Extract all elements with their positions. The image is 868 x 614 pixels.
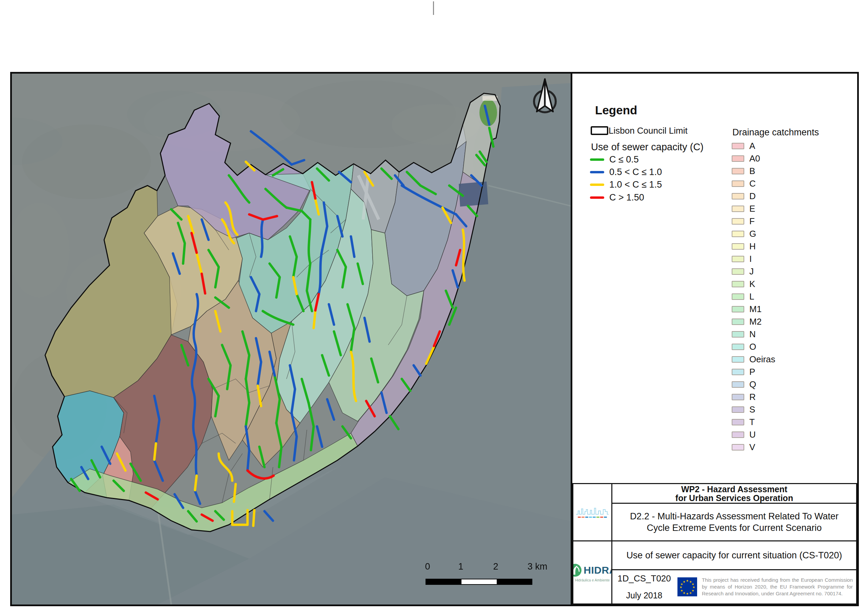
catchment-row: S bbox=[572, 404, 708, 415]
catchment-color-swatch bbox=[732, 243, 744, 250]
catchment-color-swatch bbox=[732, 419, 744, 425]
catchment-label: P bbox=[749, 367, 755, 377]
resccue-logo bbox=[574, 484, 611, 540]
wp-title-line2: for Urban Services Operation bbox=[676, 494, 793, 502]
catchment-color-swatch bbox=[732, 306, 744, 312]
catchment-color-swatch bbox=[732, 193, 744, 199]
code-date-funding-row: 1D_CS_T020 July 2018 ★★★ ★★★ ★★★ ★★★ Thi… bbox=[612, 570, 856, 603]
catchment-row: R bbox=[572, 392, 708, 402]
map-canvas: 0 1 2 3 km bbox=[12, 74, 570, 605]
wp-title-line1: WP2 - Hazard Assessment bbox=[681, 485, 787, 494]
catchment-label: I bbox=[749, 254, 752, 264]
deliverable-line2: Cycle Extreme Events for Current Scenari… bbox=[646, 522, 822, 533]
catchment-color-swatch bbox=[732, 319, 744, 325]
catchment-color-swatch bbox=[732, 381, 744, 388]
legend-title: Legend bbox=[595, 103, 637, 117]
catchment-label: A bbox=[749, 141, 755, 151]
catchment-row: Q bbox=[572, 379, 708, 389]
map-date: July 2018 bbox=[616, 591, 673, 600]
catchment-color-swatch bbox=[732, 268, 744, 275]
catchment-row: Oeiras bbox=[572, 354, 708, 364]
wp-title: WP2 - Hazard Assessment for Urban Servic… bbox=[612, 484, 856, 503]
catchment-label: F bbox=[749, 216, 755, 227]
catchment-color-swatch bbox=[732, 356, 744, 363]
catchment-color-swatch bbox=[732, 281, 744, 287]
catchment-color-swatch bbox=[732, 294, 744, 300]
svg-text:★: ★ bbox=[682, 591, 685, 595]
registration-mark bbox=[433, 2, 434, 15]
hidra-glyph-icon bbox=[574, 563, 582, 577]
catchment-row: G bbox=[572, 229, 708, 239]
side-panel: Legend Lisbon Council Limit Use of sewer… bbox=[572, 74, 857, 605]
catchment-row: E bbox=[572, 204, 708, 214]
svg-text:★: ★ bbox=[691, 583, 694, 586]
catchment-row: O bbox=[572, 342, 708, 352]
catchment-row: B bbox=[572, 166, 708, 176]
hidra-tagline: Hidráulica e Ambiente bbox=[575, 578, 610, 582]
scalebar bbox=[426, 579, 532, 585]
hidra-name: HIDRA bbox=[584, 564, 611, 576]
page: { "page": { "registration_mark": "" }, "… bbox=[0, 0, 868, 614]
catchment-label: A0 bbox=[749, 153, 760, 164]
catchment-row: D bbox=[572, 191, 708, 201]
catchment-label: V bbox=[749, 442, 755, 452]
catchment-row: C bbox=[572, 179, 708, 189]
catchment-label: T bbox=[749, 417, 755, 427]
deliverable-title: D2.2 - Multi-Hazards Assessment Related … bbox=[612, 504, 856, 540]
catchment-label: K bbox=[749, 279, 755, 289]
catchment-row: K bbox=[572, 279, 708, 289]
svg-text:★: ★ bbox=[689, 591, 692, 595]
catchment-label: J bbox=[749, 266, 754, 277]
svg-text:★: ★ bbox=[682, 580, 685, 583]
catchment-color-swatch bbox=[732, 394, 744, 400]
catchment-label: D bbox=[749, 191, 756, 202]
catchment-label: B bbox=[749, 166, 755, 176]
catchment-label: L bbox=[749, 291, 754, 302]
council-limit-swatch bbox=[591, 126, 608, 135]
scalebar-label-1: 1 bbox=[451, 561, 471, 572]
olivais-dock bbox=[459, 182, 488, 207]
svg-text:★: ★ bbox=[679, 586, 682, 589]
catchment-color-swatch bbox=[732, 444, 744, 451]
scalebar-label-0: 0 bbox=[417, 561, 438, 572]
catchment-label: H bbox=[749, 241, 756, 252]
catchment-label: M1 bbox=[749, 304, 761, 314]
deliverable-line1: D2.2 - Multi-Hazards Assessment Related … bbox=[630, 511, 839, 522]
catchment-color-swatch bbox=[732, 432, 744, 438]
catchment-color-swatch bbox=[732, 218, 744, 225]
catchment-label: Oeiras bbox=[749, 354, 775, 365]
catchment-label: G bbox=[749, 229, 756, 239]
catchment-label: M2 bbox=[749, 317, 761, 327]
eu-funding-text: This project has received funding from t… bbox=[702, 577, 853, 597]
catchment-row: H bbox=[572, 241, 708, 251]
lisbon-map bbox=[12, 74, 570, 605]
catchment-label: O bbox=[749, 342, 756, 352]
resccue-skyline-icon bbox=[575, 507, 610, 515]
catchment-row: M2 bbox=[572, 317, 708, 327]
scalebar-segment-black-2 bbox=[497, 580, 532, 584]
svg-text:★: ★ bbox=[692, 586, 695, 589]
catchment-color-swatch bbox=[732, 344, 744, 350]
catchment-row: V bbox=[572, 442, 708, 452]
catchment-row: F bbox=[572, 216, 708, 226]
catchment-row: U bbox=[572, 429, 708, 440]
map-layout-sheet: 0 1 2 3 km Legend Lisbon Council Limit U… bbox=[10, 72, 859, 606]
catchment-label: E bbox=[749, 204, 755, 214]
catchment-label: C bbox=[749, 179, 756, 189]
svg-text:★: ★ bbox=[691, 589, 694, 592]
eu-flag-icon: ★★★ ★★★ ★★★ ★★★ bbox=[677, 577, 697, 596]
scalebar-label-3km: 3 km bbox=[522, 561, 553, 572]
catchment-color-swatch bbox=[732, 331, 744, 337]
map-title: Use of sewer capacity for current situat… bbox=[612, 541, 856, 569]
catchment-row: I bbox=[572, 254, 708, 264]
resccue-tagline bbox=[578, 517, 607, 518]
scalebar-label-2: 2 bbox=[485, 561, 506, 572]
catchment-label: N bbox=[749, 329, 756, 340]
catchment-row: L bbox=[572, 291, 708, 302]
catchment-label: Q bbox=[749, 379, 756, 390]
catchment-color-swatch bbox=[732, 369, 744, 375]
catchment-color-swatch bbox=[732, 231, 744, 237]
svg-text:★: ★ bbox=[686, 592, 689, 595]
catchment-color-swatch bbox=[732, 180, 744, 187]
catchment-color-swatch bbox=[732, 256, 744, 262]
